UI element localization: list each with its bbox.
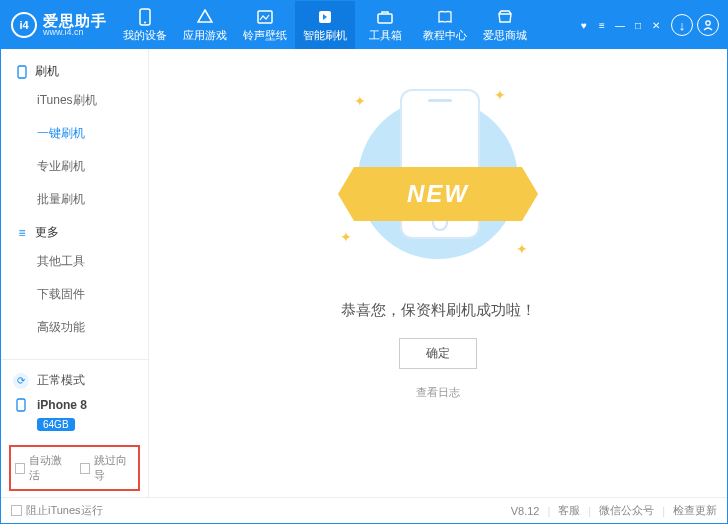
sidebar-item-oneclick[interactable]: 一键刷机 — [1, 117, 148, 150]
mode-label: 正常模式 — [37, 372, 85, 389]
apps-icon — [197, 8, 213, 26]
view-log-link[interactable]: 查看日志 — [416, 385, 460, 400]
logo-icon: i4 — [11, 12, 37, 38]
device-name-row[interactable]: iPhone 8 — [13, 393, 136, 417]
device-name: iPhone 8 — [37, 398, 87, 412]
spark-icon: ✦ — [340, 229, 352, 245]
sidebar-item-firmware[interactable]: 下载固件 — [1, 278, 148, 311]
phone-icon — [138, 8, 152, 26]
spark-icon: ✦ — [494, 87, 506, 103]
wallpaper-icon — [257, 8, 273, 26]
svg-point-1 — [144, 21, 146, 23]
group-label: 刷机 — [35, 63, 59, 80]
maximize-button[interactable]: □ — [631, 20, 645, 31]
check-auto-activate[interactable]: 自动激活 — [15, 453, 70, 483]
nav-ringtones[interactable]: 铃声壁纸 — [235, 1, 295, 49]
nav-label: 工具箱 — [369, 28, 402, 43]
sidebar-item-itunes[interactable]: iTunes刷机 — [1, 84, 148, 117]
refresh-icon: ⟳ — [13, 373, 29, 389]
version-label: V8.12 — [511, 505, 540, 517]
svg-point-5 — [706, 21, 710, 25]
close-button[interactable]: ✕ — [649, 20, 663, 31]
bottom-checks: 自动激活 跳过向导 — [9, 445, 140, 491]
nav-label: 爱思商城 — [483, 28, 527, 43]
sidebar-item-other[interactable]: 其他工具 — [1, 245, 148, 278]
spark-icon: ✦ — [354, 93, 366, 109]
toolbox-icon — [377, 8, 393, 26]
svg-rect-7 — [17, 399, 25, 411]
nav-apps[interactable]: 应用游戏 — [175, 1, 235, 49]
success-message: 恭喜您，保资料刷机成功啦！ — [341, 301, 536, 320]
window-controls: ♥ ≡ ― □ ✕ — [577, 20, 663, 31]
more-icon: ≡ — [15, 226, 29, 240]
menu-icon[interactable]: ≡ — [595, 20, 609, 31]
ok-button[interactable]: 确定 — [399, 338, 477, 369]
support-link[interactable]: 客服 — [558, 503, 580, 518]
nav-label: 我的设备 — [123, 28, 167, 43]
nav-label: 应用游戏 — [183, 28, 227, 43]
titlebar: i4 爱思助手 www.i4.cn 我的设备 应用游戏 铃声壁纸 智能刷机 — [1, 1, 727, 49]
group-label: 更多 — [35, 224, 59, 241]
download-button[interactable]: ↓ — [671, 14, 693, 36]
nav-toolbox[interactable]: 工具箱 — [355, 1, 415, 49]
device-panel: ⟳ 正常模式 iPhone 8 64GB — [1, 359, 148, 439]
statusbar: 阻止iTunes运行 V8.12 | 客服 | 微信公众号 | 检查更新 — [1, 497, 727, 523]
nav-label: 铃声壁纸 — [243, 28, 287, 43]
body: 刷机 iTunes刷机 一键刷机 专业刷机 批量刷机 ≡ 更多 其他工具 下载固… — [1, 49, 727, 497]
nav-flash[interactable]: 智能刷机 — [295, 1, 355, 49]
store-icon — [497, 8, 513, 26]
phone-icon — [13, 397, 29, 413]
check-skip-guide[interactable]: 跳过向导 — [80, 453, 135, 483]
svg-rect-2 — [258, 11, 272, 23]
sidebar-group-more: ≡ 更多 — [1, 220, 148, 245]
nav-store[interactable]: 爱思商城 — [475, 1, 535, 49]
sidebar-item-advanced[interactable]: 高级功能 — [1, 311, 148, 344]
phone-icon — [15, 65, 29, 79]
svg-rect-6 — [18, 66, 26, 78]
nav-label: 教程中心 — [423, 28, 467, 43]
check-block-itunes[interactable]: 阻止iTunes运行 — [11, 503, 103, 518]
options-icon[interactable]: ♥ — [577, 20, 591, 31]
sidebar-item-pro[interactable]: 专业刷机 — [1, 150, 148, 183]
app-window: i4 爱思助手 www.i4.cn 我的设备 应用游戏 铃声壁纸 智能刷机 — [0, 0, 728, 524]
success-illustration: NEW ✦ ✦ ✦ ✦ — [328, 89, 548, 279]
titlebar-right: ♥ ≡ ― □ ✕ ↓ — [577, 14, 727, 36]
top-nav: 我的设备 应用游戏 铃声壁纸 智能刷机 工具箱 教程中心 — [115, 1, 535, 49]
spark-icon: ✦ — [516, 241, 528, 257]
main-content: NEW ✦ ✦ ✦ ✦ 恭喜您，保资料刷机成功啦！ 确定 查看日志 — [149, 49, 727, 497]
svg-rect-4 — [378, 14, 392, 23]
wechat-link[interactable]: 微信公众号 — [599, 503, 654, 518]
update-link[interactable]: 检查更新 — [673, 503, 717, 518]
nav-my-device[interactable]: 我的设备 — [115, 1, 175, 49]
book-icon — [437, 8, 453, 26]
sidebar-item-batch[interactable]: 批量刷机 — [1, 183, 148, 216]
flash-icon — [317, 8, 333, 26]
new-ribbon: NEW — [338, 167, 538, 221]
brand-title: 爱思助手 — [43, 13, 107, 28]
brand-subtitle: www.i4.cn — [43, 28, 107, 37]
account-button[interactable] — [697, 14, 719, 36]
device-mode[interactable]: ⟳ 正常模式 — [13, 368, 136, 393]
sidebar: 刷机 iTunes刷机 一键刷机 专业刷机 批量刷机 ≡ 更多 其他工具 下载固… — [1, 49, 149, 497]
nav-label: 智能刷机 — [303, 28, 347, 43]
nav-tutorials[interactable]: 教程中心 — [415, 1, 475, 49]
sidebar-group-flash: 刷机 — [1, 59, 148, 84]
minimize-button[interactable]: ― — [613, 20, 627, 31]
storage-badge: 64GB — [37, 418, 75, 431]
brand-logo: i4 爱思助手 www.i4.cn — [1, 12, 115, 38]
